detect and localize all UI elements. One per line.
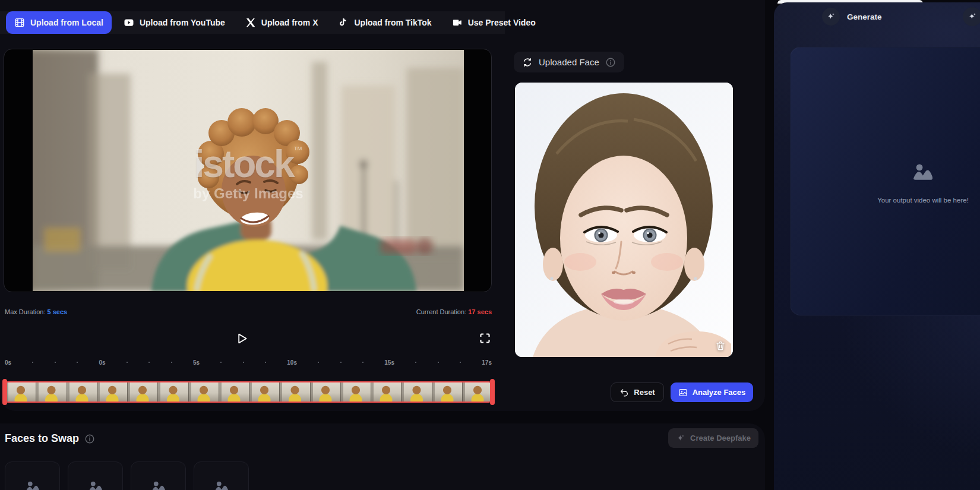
timeline-tick-label: 10s: [287, 359, 297, 366]
filmstrip-frame: [219, 382, 249, 402]
tab-upload-from-youtube[interactable]: Upload from YouTube: [115, 11, 233, 34]
filmstrip-frame: [158, 382, 188, 402]
filmstrip-frame: [249, 382, 280, 402]
fullscreen-button[interactable]: [478, 331, 492, 345]
tab-upload-from-x[interactable]: Upload from X: [237, 11, 327, 34]
generate-sparkle-button[interactable]: [822, 8, 840, 26]
face-slot-placeholder: [131, 461, 186, 490]
filmstrip-frame: [128, 382, 158, 402]
tab-label: Upload from TikTok: [354, 18, 431, 27]
tab-label: Upload from Local: [30, 18, 103, 27]
face-slot-placeholder: [194, 461, 249, 490]
timeline-tick-dot: [171, 362, 172, 363]
uploaded-face-header: Uploaded Face: [514, 52, 624, 72]
timeline-tick-dot: [220, 362, 222, 363]
tab-label: Upload from YouTube: [140, 18, 225, 27]
info-icon[interactable]: [84, 434, 95, 444]
app-root: Upload from Local Upload from YouTube Up…: [0, 0, 980, 490]
tiktok-icon: [338, 17, 349, 28]
timeline-tick-dot: [265, 362, 266, 363]
image-placeholder-icon: [87, 479, 105, 490]
trim-handle-left[interactable]: [2, 379, 7, 405]
collapse-panel-button[interactable]: [963, 7, 980, 26]
timeline-tick-dot: [127, 362, 128, 363]
filmstrip-frame: [280, 382, 310, 402]
play-button[interactable]: [233, 330, 249, 347]
filmstrip-frame: [463, 382, 492, 402]
uploaded-face-title: Uploaded Face: [539, 57, 599, 67]
face-portrait: [515, 83, 733, 357]
sparkles-icon: [968, 12, 977, 21]
image-placeholder-icon: [150, 479, 167, 490]
timeline-tick-dot: [340, 362, 342, 363]
timeline-tick-dot: [32, 362, 33, 363]
create-deepfake-label: Create Deepfake: [690, 434, 751, 442]
trim-handle-right[interactable]: [490, 379, 495, 405]
filmstrip-trimmer: [5, 381, 492, 403]
timeline-tick-dot: [77, 362, 78, 363]
undo-icon: [619, 388, 629, 397]
reset-label: Reset: [634, 388, 655, 397]
filmstrip-frame: [6, 382, 36, 402]
reset-button[interactable]: Reset: [611, 382, 664, 402]
analyze-faces-button[interactable]: Analyze Faces: [671, 382, 753, 402]
play-icon: [233, 331, 249, 346]
max-duration: Max Duration: 5 secs: [5, 308, 67, 315]
generate-panel: Generate Your output video will be here!: [774, 2, 980, 490]
face-slot-placeholder: [68, 461, 123, 490]
timeline-tick-label: 5s: [193, 359, 200, 366]
faces-to-swap-section: Faces to Swap Create Deepfake: [0, 423, 765, 490]
output-placeholder-text: Your output video will be here!: [834, 197, 980, 204]
max-duration-value: 5 secs: [48, 308, 68, 315]
filmstrip-frame: [371, 382, 402, 402]
timeline-tick-dot: [318, 362, 319, 363]
timeline-tick-label: 0s: [5, 359, 11, 366]
video-source-tabbar: Upload from Local Upload from YouTube Up…: [0, 11, 505, 34]
timeline-tick-dot: [415, 362, 416, 363]
video-camera-icon: [452, 17, 463, 28]
filmstrip-frame: [189, 382, 219, 402]
video-frame[interactable]: istock™ by Getty Images: [33, 50, 464, 291]
create-deepfake-button[interactable]: Create Deepfake: [668, 428, 758, 448]
duration-row: Max Duration: 5 secs Current Duration: 1…: [5, 308, 492, 318]
timeline-tick-label: 17s: [482, 359, 492, 366]
max-duration-label: Max Duration:: [5, 308, 45, 315]
tab-use-preset-video[interactable]: Use Preset Video: [444, 11, 544, 34]
timeline-tick-label: 15s: [384, 359, 394, 366]
timeline-tick-dot: [438, 362, 439, 363]
sparkles-icon: [826, 12, 836, 21]
timeline-tick-dot: [243, 362, 244, 363]
sync-icon[interactable]: [522, 57, 533, 68]
filmstrip-frame: [97, 382, 128, 402]
current-duration-value: 17 secs: [468, 308, 492, 315]
video-scene: [33, 50, 464, 291]
tab-upload-from-tiktok[interactable]: Upload from TikTok: [330, 11, 440, 34]
timeline-tick-dot: [148, 362, 150, 363]
image-icon: [678, 388, 688, 397]
output-video-area: Your output video will be here!: [790, 47, 980, 315]
film-icon: [14, 17, 25, 28]
main-editor-section: Upload from Local Upload from YouTube Up…: [0, 0, 765, 411]
current-duration-label: Current Duration:: [416, 308, 466, 315]
x-logo-icon: [245, 17, 256, 28]
generate-title: Generate: [847, 12, 882, 21]
current-duration: Current Duration: 17 secs: [416, 308, 492, 315]
timeline-ruler[interactable]: 0s0s5s10s15s17s: [5, 358, 492, 367]
filmstrip[interactable]: [5, 381, 492, 403]
timeline-tick-dot: [55, 362, 56, 363]
face-slot-placeholder: [5, 461, 60, 490]
timeline-tick-dot: [460, 362, 461, 363]
uploaded-face-image: [515, 83, 733, 357]
filmstrip-frame: [311, 382, 341, 402]
trash-icon[interactable]: [715, 340, 726, 351]
filmstrip-frame: [36, 382, 67, 402]
faces-to-swap-title: Faces to Swap: [5, 432, 79, 445]
analyze-faces-label: Analyze Faces: [693, 388, 746, 397]
faces-to-swap-header: Faces to Swap: [5, 432, 95, 445]
info-icon[interactable]: [605, 57, 616, 68]
tab-upload-from-local[interactable]: Upload from Local: [6, 11, 112, 34]
image-placeholder-icon: [213, 479, 230, 490]
filmstrip-frame: [341, 382, 371, 402]
sparkles-icon: [676, 434, 685, 443]
filmstrip-frame: [432, 382, 463, 402]
